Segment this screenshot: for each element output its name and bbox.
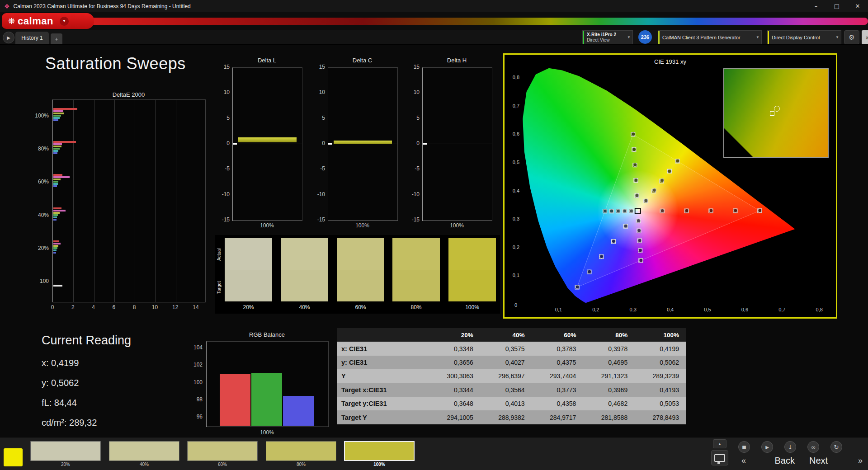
deltaC-title: Delta C (328, 57, 397, 64)
deltaC-chart (328, 67, 398, 221)
minimize-button[interactable]: – (806, 0, 826, 12)
cie-measured-point (610, 209, 613, 213)
link-button[interactable]: ∞ (807, 441, 819, 453)
deltaE-bar (53, 249, 57, 251)
cie-measured-point (629, 209, 633, 213)
target-row-label: Target (217, 271, 223, 304)
table-cell: 0,3648 (429, 400, 481, 407)
swatch-target (448, 270, 496, 301)
calman-flower-icon: ❋ (8, 16, 15, 26)
play-button[interactable]: ▶ (761, 441, 773, 453)
next-chevron-icon: » (858, 456, 863, 465)
deltaL-chart (232, 67, 302, 221)
cie-x-tick: 0,6 (738, 307, 751, 312)
pattern-patch-80%[interactable] (266, 441, 336, 461)
save-button[interactable]: ↓ (784, 441, 796, 453)
saturation-swatch (337, 238, 384, 301)
overflow-button[interactable]: » (862, 30, 868, 44)
chevron-down-icon: ▼ (625, 35, 632, 39)
cie-measured-point (600, 255, 604, 258)
table-cell: 0,4193 (635, 386, 686, 394)
pattern-patch-100%[interactable] (344, 441, 415, 461)
table-row: Target y:CIE310,36480,40130,43580,46820,… (337, 397, 686, 410)
display-control-dropdown[interactable]: Direct Display Control ▼ (767, 30, 841, 44)
app-icon: ❖ (4, 3, 10, 10)
back-button[interactable]: « Back (741, 454, 795, 467)
deltaE-x-tick: 2 (66, 304, 80, 310)
cie-x-tick: 0,8 (813, 307, 826, 312)
table-column-header: 40% (481, 332, 532, 338)
cie-measured-point (639, 258, 643, 262)
cie-measured-point (660, 209, 664, 212)
chevron-down-icon: ▼ (834, 35, 841, 39)
cie-measured-point (632, 132, 635, 136)
add-tab-button[interactable]: ＋ (51, 33, 62, 44)
deltaE-bar (53, 214, 58, 216)
logo-row: ❋ calman ▼ (0, 12, 868, 30)
deltaE-bar (53, 117, 60, 119)
deltaE-bar (53, 143, 62, 145)
calman-logo-menu[interactable]: ❋ calman ▼ (2, 13, 94, 29)
refresh-button[interactable]: ↻ (830, 441, 842, 453)
rainbow-strip (54, 18, 868, 25)
table-header-row: 20%40%60%80%100% (337, 328, 686, 342)
cie-x-tick: 0,1 (552, 307, 565, 312)
deltaE-bar (53, 183, 58, 185)
deltaE-bar (53, 285, 62, 287)
deltaE-title: DeltaE 2000 (52, 91, 205, 98)
deltaE-bar (53, 148, 60, 150)
pattern-patch-40%[interactable] (109, 441, 179, 461)
pattern-patch-20%[interactable] (30, 441, 101, 461)
display-view-button[interactable] (711, 450, 728, 465)
meter-dropdown[interactable]: X-Rite i1Pro 2 Direct View ▼ (582, 30, 633, 44)
cie-origin-label: 0 (513, 302, 519, 308)
deltaE-bar (53, 247, 57, 249)
pattern-generator-label: CalMAN Client 3 Pattern Generator (660, 35, 754, 40)
pattern-generator-dropdown[interactable]: CalMAN Client 3 Pattern Generator ▼ (658, 30, 762, 44)
cie-measured-point (709, 209, 713, 212)
deltaH-y-tick: -15 (400, 216, 420, 223)
deltaE-bar (53, 240, 59, 242)
table-cell: 0,4358 (532, 400, 584, 407)
next-label: Next (809, 456, 828, 466)
deltaH-x-label: 100% (422, 222, 491, 229)
table-cell: 288,9382 (481, 414, 532, 421)
deltaC-y-tick: 0 (305, 140, 325, 146)
cie-x-tick: 0,7 (776, 307, 788, 312)
logo-dropdown-icon[interactable]: ▼ (60, 17, 69, 26)
cie-measured-point (635, 194, 639, 197)
close-button[interactable]: ✕ (847, 0, 868, 12)
table-cell: 0,4682 (583, 400, 635, 407)
table-cell: 0,5062 (635, 359, 686, 366)
chevron-down-icon: ▼ (754, 35, 761, 39)
pattern-patch-60%[interactable] (187, 441, 258, 461)
deltaL-bar (238, 137, 297, 142)
rgb-y-tick: 98 (183, 396, 203, 403)
settings-button[interactable]: ⚙ (844, 30, 859, 44)
app-window: ❖ Calman 2023 Calman Ultimate for Busine… (0, 0, 868, 470)
collapse-panel-button[interactable]: ▲ (713, 439, 726, 448)
table-cell: 278,8493 (635, 414, 686, 421)
tab-history-1[interactable]: History 1 (15, 32, 49, 44)
cie-measured-point (668, 169, 671, 173)
history-nav-button[interactable]: ▶ (3, 32, 14, 43)
cie-measured-point (637, 219, 640, 222)
deltaE-bar (53, 119, 58, 121)
table-cell: 300,3063 (429, 372, 481, 380)
rgb-y-tick: 104 (183, 344, 203, 351)
deltaE-x-tick: 10 (148, 304, 161, 310)
swatch-percent-label: 60% (337, 304, 384, 310)
table-column-header: 20% (429, 332, 481, 338)
next-button[interactable]: Next » (809, 454, 863, 467)
deltaC-y-tick: -10 (305, 191, 325, 197)
table-row-label: y: CIE31 (337, 359, 429, 366)
deltaE-gridline (135, 100, 135, 302)
stop-button[interactable]: ■ (738, 441, 750, 453)
deltaL-x-label: 100% (232, 222, 302, 229)
cie-y-tick: 0,1 (505, 273, 519, 278)
maximize-button[interactable]: □ (826, 0, 847, 12)
deltaE-x-tick: 4 (87, 304, 100, 310)
table-cell: 0,3773 (532, 386, 584, 394)
rgb-y-tick: 96 (183, 414, 203, 420)
deltaL-y-tick: 10 (210, 89, 230, 95)
